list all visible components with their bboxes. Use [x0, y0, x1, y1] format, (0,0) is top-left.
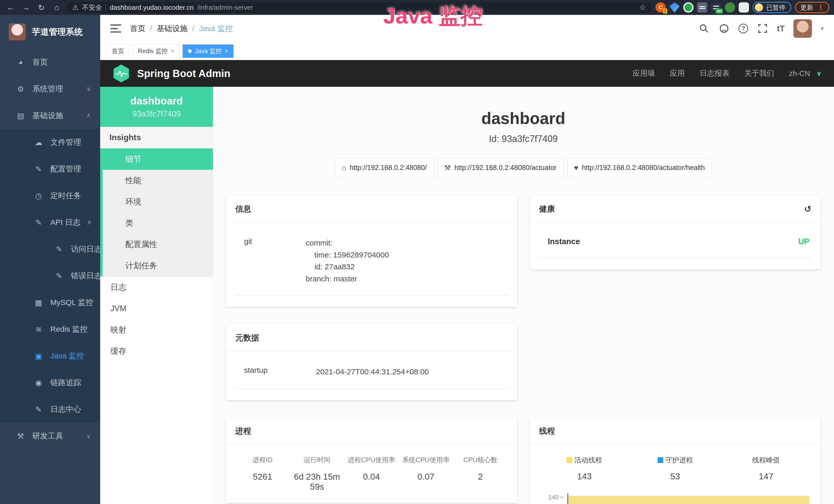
sidebar-item-log-center[interactable]: ✎ 日志中心: [0, 396, 100, 422]
metric-value: 5261: [235, 472, 290, 482]
subnav-scheduled-tasks[interactable]: 计划任务: [103, 255, 213, 276]
sidebar-item-label: 首页: [32, 57, 91, 68]
breadcrumb-separator: /: [150, 24, 152, 33]
screen: ← → ↻ ⌂ ⚠ 不安全 dashboard.yudao.iocoder.cn…: [0, 0, 834, 504]
sidebar-item-scheduled-tasks[interactable]: ◷ 定时任务: [0, 182, 100, 209]
sidebar-item-access-logs[interactable]: ✎ 访问日志: [0, 236, 100, 262]
service-url-button[interactable]: ⌂ http://192.168.0.2:48080/: [335, 158, 434, 177]
fullscreen-icon[interactable]: [757, 23, 768, 34]
legend-label: 线程峰值: [752, 456, 780, 465]
legend-value: 143: [539, 472, 630, 481]
card-title-text: 线程: [539, 426, 555, 436]
subnav-caches[interactable]: 缓存: [100, 340, 213, 362]
sidebar-item-config-mgmt[interactable]: ✎ 配置管理: [0, 156, 100, 182]
tab-java-monitor[interactable]: Java 监控 ×: [183, 44, 234, 58]
clock-icon: ◷: [34, 191, 44, 200]
browser-home-icon[interactable]: ⌂: [51, 3, 63, 12]
browser-back-icon[interactable]: ←: [5, 3, 17, 12]
instance-header[interactable]: dashboard 93a3fc7f7409: [100, 87, 213, 127]
sidebar-item-home[interactable]: ◕ 首页: [0, 49, 100, 75]
threads-chart-yaxis: 140 120 100: [539, 493, 567, 504]
extension-grid-icon[interactable]: [697, 2, 707, 13]
git-time-line: time: 1596289704000: [306, 249, 389, 261]
sidebar-item-error-logs[interactable]: ✎ 错误日志: [0, 262, 100, 289]
extension-user-icon[interactable]: [725, 2, 735, 13]
subnav-config-props[interactable]: 配置属性: [103, 234, 213, 255]
health-url-button[interactable]: ♥ http://192.168.0.2:48080/actuator/heal…: [567, 158, 712, 177]
help-icon[interactable]: ?: [739, 24, 748, 33]
subnav-mappings[interactable]: 映射: [100, 319, 213, 340]
startup-row: startup 2021-04-27T00:44:31.254+08:00: [235, 362, 508, 389]
sidebar-item-redis-monitor[interactable]: ≋ Redis 监控: [0, 316, 100, 343]
github-icon[interactable]: [719, 23, 730, 34]
monitor-icon: ▣: [34, 351, 44, 361]
history-icon[interactable]: ↺: [804, 204, 812, 214]
sidebar-item-mysql-monitor[interactable]: ▦ MySQL 监控: [0, 289, 100, 316]
subnav-classes[interactable]: 类: [103, 212, 213, 234]
sidebar-item-file-mgmt[interactable]: ☁ 文件管理: [0, 129, 100, 156]
browser-forward-icon[interactable]: →: [20, 3, 32, 12]
sba-nav-applications[interactable]: 应用: [670, 68, 685, 78]
sidebar-item-label: API 日志: [50, 217, 81, 228]
avatar-caret-icon[interactable]: ▾: [821, 25, 824, 32]
sba-nav-about[interactable]: 关于我们: [744, 68, 774, 78]
address-bar[interactable]: ⚠ 不安全 dashboard.yudao.iocoder.cn /infra/…: [66, 2, 652, 13]
subnav-environment[interactable]: 环境: [103, 191, 213, 212]
edit-icon: ✎: [34, 165, 44, 174]
metadata-card-title: 元数据: [226, 325, 517, 351]
extensions-puzzle-icon[interactable]: [739, 2, 749, 13]
metric-value: 0.04: [344, 472, 399, 482]
close-icon[interactable]: ×: [225, 48, 228, 54]
peak-threads: 线程峰值 147: [721, 456, 812, 481]
sba-instance-sidebar: dashboard 93a3fc7f7409 Insights 细节 性能 环境…: [100, 87, 213, 504]
extension-c-icon[interactable]: C 1: [656, 2, 666, 13]
actuator-url-button[interactable]: ⚒ http://192.168.0.2:48080/actuator: [437, 158, 564, 177]
health-instance-row: Instance UP: [539, 233, 812, 258]
sidebar-item-system-mgmt[interactable]: ⚙ 系统管理 ∨: [0, 75, 100, 102]
extension-gem-icon[interactable]: [670, 2, 680, 13]
app-logo-row[interactable]: 芋道管理系统: [0, 15, 100, 49]
sba-nav-wallboard[interactable]: 应用墙: [633, 68, 655, 78]
browser-update-button[interactable]: 更新 ⋮: [795, 2, 829, 13]
bookmark-star-icon[interactable]: ☆: [639, 3, 646, 12]
insights-group: 细节 性能 环境 类 配置属性 计划任务: [100, 148, 213, 276]
sidebar-item-label: Redis 监控: [50, 324, 91, 335]
eye-icon: ◉: [34, 378, 44, 387]
sidebar-item-label: 定时任务: [50, 190, 91, 201]
subnav-logs[interactable]: 日志: [100, 276, 213, 298]
breadcrumb-separator: /: [192, 24, 194, 33]
tab-redis-monitor[interactable]: Redis 监控 ×: [133, 44, 179, 58]
sidebar-item-tracing[interactable]: ◉ 链路追踪: [0, 369, 100, 396]
sba-nav-journal[interactable]: 日志报表: [700, 68, 729, 78]
sba-locale-select[interactable]: zh-CN: [789, 69, 810, 78]
subnav-jvm[interactable]: JVM: [100, 298, 213, 319]
sidebar-item-dev-tools[interactable]: ⚒ 研发工具 ∨: [0, 422, 100, 449]
close-icon[interactable]: ×: [171, 48, 174, 54]
sidebar-item-java-monitor[interactable]: ▣ Java 监控: [0, 343, 100, 369]
sidebar-item-label: 基础设施: [32, 110, 80, 121]
browser-profile-button[interactable]: 已暂停: [752, 2, 791, 13]
subnav-details[interactable]: 细节: [103, 148, 213, 170]
browser-reload-icon[interactable]: ↻: [36, 3, 47, 12]
sidebar-item-infrastructure[interactable]: ▤ 基础设施 ∧: [0, 102, 100, 129]
breadcrumb-infrastructure[interactable]: 基础设施: [157, 23, 188, 34]
sidebar-collapse-icon[interactable]: [110, 24, 121, 32]
legend-label: 活动线程: [574, 456, 602, 465]
search-icon[interactable]: [698, 23, 710, 34]
navbar-actions: ? tT ▾: [698, 19, 824, 38]
extension-y-icon[interactable]: [683, 2, 694, 13]
not-secure-warning-icon[interactable]: ⚠: [72, 4, 78, 12]
legend-label: 守护进程: [665, 456, 693, 465]
font-size-icon[interactable]: tT: [777, 24, 785, 33]
tab-home[interactable]: 首页: [106, 44, 129, 58]
kebab-menu-icon[interactable]: ⋮: [817, 4, 824, 12]
chevron-down-icon[interactable]: ∨: [816, 70, 822, 77]
instance-links: ⌂ http://192.168.0.2:48080/ ⚒ http://192…: [226, 158, 821, 177]
user-avatar[interactable]: [793, 19, 812, 38]
extension-list-icon[interactable]: on: [711, 2, 721, 13]
metric-value: 0.07: [399, 472, 453, 482]
breadcrumb-home[interactable]: 首页: [130, 23, 146, 34]
sidebar-item-api-logs[interactable]: ✎ API 日志 ∧: [0, 209, 100, 236]
subnav-metrics[interactable]: 性能: [103, 170, 213, 191]
git-label: git: [244, 237, 306, 285]
